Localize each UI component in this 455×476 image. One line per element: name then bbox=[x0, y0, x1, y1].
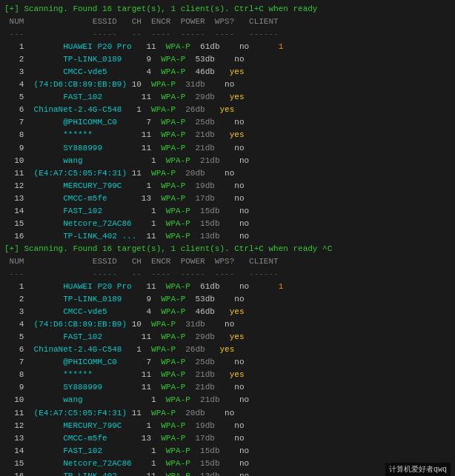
table-row: 1 HUAWEI P20 Pro 11 WPA-P 61db no 1 bbox=[4, 41, 451, 53]
table-row: 8 ****** 11 WPA-P 21db yes bbox=[4, 369, 451, 381]
table-row: 5 FAST_102 11 WPA-P 29db yes bbox=[4, 91, 451, 104]
table-row: 16 TP-LINK_402 ... 11 WPA-P 13db no bbox=[4, 470, 451, 476]
table-row: 11 (E4:A7:C5:05:F4:31) 11 WPA-P 20db no bbox=[4, 167, 451, 180]
table-row: 7 @PHICOMM_C0 7 WPA-P 25db no bbox=[4, 356, 451, 369]
table-row: 2 TP-LINK_0189 9 WPA-P 53db no bbox=[4, 293, 451, 306]
table-row: 14 FAST_102 1 WPA-P 15db no bbox=[4, 445, 451, 457]
table-row: 10 wang 1 WPA-P 21db no bbox=[4, 394, 451, 406]
table-row: 6 ChinaNet-2.4G-C548 1 WPA-P 26db yes bbox=[4, 104, 451, 116]
table-row: 10 wang 1 WPA-P 21db no bbox=[4, 155, 451, 167]
table-row: 12 MERCURY_799C 1 WPA-P 19db no bbox=[4, 420, 451, 432]
table-row: 11 (E4:A7:C5:05:F4:31) 11 WPA-P 20db no bbox=[4, 407, 451, 420]
table-row: 9 SY888999 11 WPA-P 21db no bbox=[4, 142, 451, 155]
table-header-2: NUM ESSID CH ENCR POWER WPS? CLIENT bbox=[4, 255, 451, 268]
table-row: 13 CMCC-m5fe 13 WPA-P 17db no bbox=[4, 192, 451, 205]
table-row: 3 CMCC-vde5 4 WPA-P 46db yes bbox=[4, 66, 451, 78]
scan-result-line-1: [+] Scanning. Found 16 target(s), 1 clie… bbox=[4, 3, 451, 16]
table-row: 3 CMCC-vde5 4 WPA-P 46db yes bbox=[4, 306, 451, 318]
table-row: 15 Netcore_72AC86 1 WPA-P 15db no bbox=[4, 457, 451, 470]
table-row: 7 @PHICOMM_C0 7 WPA-P 25db no bbox=[4, 116, 451, 129]
table-separator-1: --- ----- -- ---- ----- ---- ------ bbox=[4, 28, 451, 41]
table-row: 5 FAST_102 11 WPA-P 29db yes bbox=[4, 331, 451, 343]
scan-result-line-2: [+] Scanning. Found 16 target(s), 1 clie… bbox=[4, 243, 451, 255]
table-row: 9 SY888999 11 WPA-P 21db no bbox=[4, 381, 451, 394]
table-separator-2: --- ----- -- ---- ----- ---- ------ bbox=[4, 268, 451, 281]
table-row: 14 FAST_102 1 WPA-P 15db no bbox=[4, 205, 451, 218]
table-row: 13 CMCC-m5fe 13 WPA-P 17db no bbox=[4, 432, 451, 445]
table-row: 15 Netcore_72AC86 1 WPA-P 15db no bbox=[4, 218, 451, 230]
watermark: 计算机爱好者qwq bbox=[385, 463, 451, 476]
terminal: [+] Scanning. Found 16 target(s), 1 clie… bbox=[0, 0, 455, 476]
table-row: 4 (74:D6:CB:89:EB:B9) 10 WPA-P 31db no bbox=[4, 318, 451, 331]
table-row: 1 HUAWEI P20 Pro 11 WPA-P 61db no 1 bbox=[4, 281, 451, 293]
table-row: 2 TP-LINK_0189 9 WPA-P 53db no bbox=[4, 53, 451, 66]
table-row: 6 ChinaNet-2.4G-C548 1 WPA-P 26db yes bbox=[4, 343, 451, 356]
table-row: 4 (74:D6:CB:89:EB:B9) 10 WPA-P 31db no bbox=[4, 78, 451, 91]
table-row: 12 MERCURY_799C 1 WPA-P 19db no bbox=[4, 180, 451, 192]
table-row: 16 TP-LINK_402 ... 11 WPA-P 13db no bbox=[4, 230, 451, 243]
table-header-1: NUM ESSID CH ENCR POWER WPS? CLIENT bbox=[4, 16, 451, 28]
table-row: 8 ****** 11 WPA-P 21db yes bbox=[4, 129, 451, 141]
